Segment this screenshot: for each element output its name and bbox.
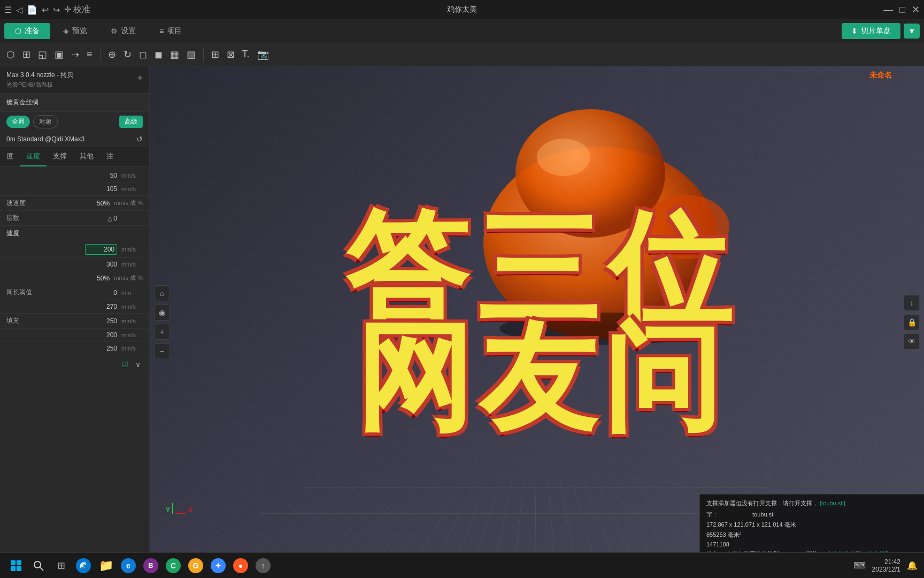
setting-unit: mm/s (121, 345, 143, 352)
toolbar-support-icon[interactable]: ▦ (168, 47, 181, 63)
setting-row-threshold: 周长阈值 0 mm (0, 285, 149, 300)
toolbar-scale-icon[interactable]: ◻ (137, 47, 149, 63)
printer-section: Max 3 0.4 nozzle - 拷贝 光滑PEI板/高温板 + (0, 66, 149, 94)
setting-unit: mm/s 成 % (114, 199, 143, 207)
view-home-icon[interactable]: ⌂ (154, 285, 170, 301)
toolbar-sep-1 (100, 48, 101, 61)
toolbar-arrow-icon[interactable]: ⇢ (69, 47, 81, 63)
tab-other[interactable]: 其他 (73, 147, 100, 166)
setting-label-threshold: 周长阈值 (6, 288, 86, 297)
taskbar-app4-icon[interactable]: ✦ (209, 556, 228, 575)
tab-support[interactable]: 支撑 (47, 147, 73, 166)
info-dims: 172.867 x 121.071 x 121.014 毫米 (706, 521, 796, 529)
setting-unit: mm/s (121, 246, 143, 253)
toolbar-hexagon-icon[interactable]: ⬡ (4, 47, 17, 63)
calibrate-icon[interactable]: ✛ 校准 (64, 4, 90, 16)
viewport: ⌂ ◉ + − ↕ 🔒 👁 未命名 Y X (150, 66, 924, 578)
minimize-btn[interactable]: — (883, 4, 893, 16)
taskbar-browser-icon[interactable]: 🌊 (74, 556, 93, 575)
object-btn[interactable]: 对象 (33, 115, 58, 128)
speed-input[interactable] (85, 244, 117, 255)
view-zoom-in-icon[interactable]: + (154, 324, 170, 340)
taskbar-app5-icon[interactable]: ● (231, 556, 250, 575)
view-zoom-out-icon[interactable]: − (154, 343, 170, 359)
toolbar-arrange-icon[interactable]: ▣ (52, 47, 66, 63)
info-row-triangles: 1471188 (706, 541, 918, 547)
view-lock-icon[interactable]: 🔒 (904, 314, 920, 330)
taskbar-edge-icon[interactable]: e (119, 556, 138, 575)
setting-unit: mm/s (121, 261, 143, 268)
advanced-btn[interactable]: 高级 (119, 116, 143, 128)
slice-dropdown-btn[interactable]: ▼ (904, 24, 920, 39)
tab-project[interactable]: ≡ 项目 (149, 23, 192, 39)
svg-rect-8 (17, 566, 21, 571)
setting-label-speed: 速速度 (6, 199, 79, 208)
info-link-1[interactable]: [toubu.stl] (820, 500, 845, 506)
taskbar-files-icon[interactable]: 📁 (96, 556, 116, 575)
toolbar-cut-icon[interactable]: ▨ (184, 47, 198, 63)
tab-settings[interactable]: ⚙ 设置 (100, 23, 147, 39)
profile-reset-btn[interactable]: ↺ (136, 135, 143, 143)
toolbar-grid-icon[interactable]: ⊞ (20, 47, 33, 63)
toolbar-mirror-icon[interactable]: ◼ (152, 47, 165, 63)
tab-note[interactable]: 注 (100, 147, 120, 166)
taskbar-date-text: 2023/12/1 (872, 566, 900, 573)
global-btn[interactable]: 全局 (6, 116, 30, 128)
setting-row: 速速度 50% mm/s 成 % (0, 196, 149, 211)
taskbar-app6-icon[interactable]: ↑ (253, 556, 273, 575)
setting-row-fill: 填充 250 mm/s (0, 314, 149, 329)
model-svg (441, 93, 761, 361)
back-icon[interactable]: ◁ (16, 5, 22, 15)
undo-icon[interactable]: ↩ (42, 5, 49, 15)
taskbar-app2-icon[interactable]: C (164, 556, 183, 575)
view-eye-icon[interactable]: 👁 (904, 333, 920, 349)
scroll-down-icon[interactable]: ∨ (133, 358, 143, 371)
info-row-filename: 字： toubu.stl (706, 511, 918, 519)
setting-value: 250 (90, 345, 117, 352)
taskbar-search-icon[interactable] (29, 556, 48, 575)
tab-quality[interactable]: 度 (0, 147, 20, 166)
setting-row-checkbox: ☑ ∨ (0, 355, 149, 374)
taskbar-keyboard-icon: ⌨ (853, 560, 866, 571)
speed-section-header: 速度 (0, 226, 149, 241)
title-bar: ☰ ◁ 📄 ↩ ↪ ✛ 校准 鸡你太美 — □ ✕ (0, 0, 924, 19)
maximize-btn[interactable]: □ (899, 4, 905, 16)
taskbar-app3-icon[interactable]: G (186, 556, 205, 575)
close-btn[interactable]: ✕ (912, 4, 920, 16)
add-plate-btn[interactable]: + (137, 73, 143, 84)
menu-icon[interactable]: ☰ (4, 5, 12, 15)
svg-point-4 (537, 139, 590, 176)
spin-up-icon[interactable]: △ (107, 215, 112, 222)
toolbar-move-icon[interactable]: ⊕ (106, 47, 118, 63)
toolbar-layers-icon[interactable]: ◱ (36, 47, 49, 63)
info-triangles: 1471188 (706, 541, 729, 547)
file-icon[interactable]: 📄 (27, 5, 37, 15)
taskbar-app1-icon[interactable]: B (141, 556, 160, 575)
toolbar-text-icon[interactable]: T. (240, 47, 252, 62)
info-area: 855253 毫米² (706, 531, 741, 539)
redo-icon[interactable]: ↪ (53, 5, 60, 15)
taskbar-right: ⌨ 21:42 2023/12/1 🔔 (853, 558, 918, 573)
view-perspective-icon[interactable]: ◉ (154, 305, 170, 321)
toolbar-rotate-icon[interactable]: ↻ (121, 47, 134, 63)
taskbar-windows-icon[interactable] (6, 556, 26, 575)
spin-control[interactable]: △ 0 (107, 215, 117, 222)
taskbar: ⊞ 🌊 📁 e B C G ✦ ● (0, 552, 924, 578)
toolbar-list-icon[interactable]: ≡ (84, 47, 95, 62)
tab-preview[interactable]: ◈ 预览 (52, 23, 98, 39)
setting-unit: mm/s (121, 303, 143, 310)
toolbar-orient-icon[interactable]: ⊞ (209, 47, 221, 63)
model-title: 未命名 (869, 71, 892, 80)
setting-value: 105 (90, 185, 117, 193)
view-front-icon[interactable]: ↕ (904, 295, 920, 311)
tab-prepare[interactable]: ⬡ 准备 (4, 23, 50, 39)
toolbar-camera-icon[interactable]: 📷 (255, 47, 271, 63)
taskbar-taskview-icon[interactable]: ⊞ (51, 556, 71, 575)
toolbar-assemble-icon[interactable]: ⊠ (225, 47, 237, 63)
project-icon: ≡ (159, 27, 164, 35)
checkbox-icon[interactable]: ☑ (122, 360, 129, 369)
slice-button[interactable]: ⬇ 切片单盘 (842, 23, 900, 39)
tab-speed[interactable]: 速度 (20, 147, 47, 166)
filament-section: 镀黄金丝绸 (0, 94, 149, 112)
taskbar-notifications-icon[interactable]: 🔔 (907, 560, 918, 571)
